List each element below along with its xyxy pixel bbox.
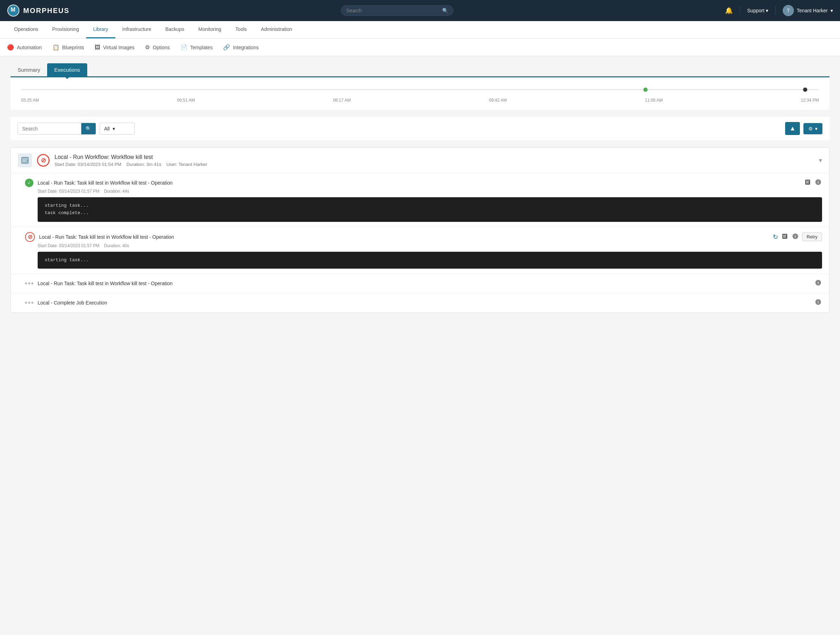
svg-rect-4 [22,160,26,161]
nav-item-operations[interactable]: Operations [7,21,45,38]
user-menu-button[interactable]: T Tenant Harker ▾ [783,5,833,16]
subtask-logs-button[interactable] [804,178,812,188]
search-box[interactable]: 🔍 [341,5,453,16]
filter-dropdown-label: All [104,126,110,131]
subtask-info-button[interactable]: i [814,178,822,188]
svg-text:M: M [11,6,16,13]
svg-rect-15 [783,237,786,238]
timeline-label-4: 09:42 AM [489,98,507,102]
automation-icon: 🔴 [7,44,14,50]
subtask-meta: Start Date: 03/14/2023 01:57 PM Duration… [38,189,822,194]
subtask-pending-icon [25,282,33,284]
executions-search-button[interactable]: 🔍 [81,123,96,134]
subtask-header: ✓ Local - Run Task: Task kill test in Wo… [25,178,822,188]
nav-item-administration[interactable]: Administration [254,21,299,38]
subtask-container: ✓ Local - Run Task: Task kill test in Wo… [11,173,829,312]
virtual-images-icon: 🖼 [95,44,100,50]
executions-search-input[interactable] [18,123,81,134]
retry-refresh-icon[interactable]: ↻ [773,233,778,241]
main-nav: Operations Provisioning Library Infrastr… [0,21,840,39]
logo[interactable]: M MORPHEUS [7,4,69,17]
subtask-item: Local - Run Task: Task kill test in Work… [11,274,829,293]
settings-chevron-icon: ▾ [815,126,818,131]
subtask-title: Local - Run Task: Task kill test in Work… [38,180,799,186]
timeline-label-2: 06:51 AM [177,98,195,102]
retry-button[interactable]: Retry [802,232,822,241]
subtask-header: Local - Complete Job Execution i [25,298,822,307]
timeline-label-6: 12:34 PM [801,98,819,102]
search-icon: 🔍 [442,8,448,13]
sort-up-button[interactable]: ▲ [785,122,800,135]
subtask-pending-icon [25,302,33,304]
svg-rect-14 [783,236,786,236]
subtask-actions: ↻ i [773,232,822,241]
subtask-actions: i [814,279,822,288]
subtask-item: Local - Complete Job Execution i [11,293,829,312]
nav-right: 🔔 Support ▾ T Tenant Harker ▾ [725,5,833,16]
filter-dropdown[interactable]: All ▾ [99,123,135,135]
svg-rect-3 [22,159,28,159]
execution-workflow-icon [18,153,32,167]
logo-text: MORPHEUS [23,7,69,15]
filters-row: 🔍 All ▾ ▲ ⚙ ▾ [11,117,829,140]
subnav-item-integrations[interactable]: 🔗 Integrations [223,43,259,52]
nav-item-backups[interactable]: Backups [158,21,191,38]
subtask-info-button[interactable]: i [814,298,822,307]
svg-rect-5 [22,161,27,162]
tabs: Summary Executions [11,63,829,77]
execution-card: ⊘ Local - Run Workflow: Workflow kill te… [11,147,829,313]
user-name: Tenant Harker [797,8,828,13]
terminal-output: starting task... task complete... [38,197,822,222]
search-area: 🔍 [77,5,718,16]
terminal-output: starting task... [38,252,822,269]
svg-rect-7 [806,181,809,181]
options-icon: ⚙ [145,44,150,50]
timeline-bar [21,84,819,95]
timeline-labels: 05:25 AM 06:51 AM 08:17 AM 09:42 AM 11:0… [21,98,819,102]
svg-text:i: i [818,281,819,285]
svg-text:i: i [795,235,796,238]
nav-item-provisioning[interactable]: Provisioning [45,21,86,38]
timeline-label-5: 11:08 AM [645,98,663,102]
subnav-item-blueprints[interactable]: 📋 Blueprints [52,43,84,52]
subnav-item-automation[interactable]: 🔴 Automation [7,43,42,52]
nav-item-infrastructure[interactable]: Infrastructure [115,21,158,38]
settings-gear-icon: ⚙ [808,126,813,131]
nav-item-tools[interactable]: Tools [228,21,254,38]
timeline-line [21,89,819,90]
subnav-label-automation: Automation [17,45,42,50]
subnav-item-templates[interactable]: 📄 Templates [180,43,213,52]
subtask-info-button[interactable]: i [814,279,822,288]
templates-icon: 📄 [180,44,188,50]
execution-header[interactable]: ⊘ Local - Run Workflow: Workflow kill te… [11,148,829,173]
user-chevron-icon: ▾ [831,8,833,13]
avatar: T [783,5,794,16]
execution-title: Local - Run Workflow: Workflow kill test [55,154,814,160]
execution-collapse-chevron-icon[interactable]: ▾ [819,156,822,164]
timeline-dot-dark [803,88,807,92]
nav-item-monitoring[interactable]: Monitoring [191,21,228,38]
subnav-label-integrations: Integrations [233,45,259,50]
svg-text:i: i [818,180,819,184]
subnav-item-options[interactable]: ⚙ Options [145,43,169,52]
execution-failed-status-icon: ⊘ [37,154,50,167]
tab-summary[interactable]: Summary [11,63,47,76]
subtask-info-button[interactable]: i [791,232,799,241]
subtask-actions: i [814,298,822,307]
subnav-label-virtual-images: Virtual Images [103,45,134,50]
search-input[interactable] [346,8,439,13]
subtask-logs-button[interactable] [781,232,789,241]
nav-item-library[interactable]: Library [86,21,115,38]
tab-executions[interactable]: Executions [47,63,87,76]
subtask-title: Local - Run Task: Task kill test in Work… [39,234,769,240]
support-button[interactable]: Support ▾ [747,8,768,13]
subtask-failed-icon: ⊘ [25,232,35,242]
notification-bell-icon[interactable]: 🔔 [725,7,733,14]
subtask-header: Local - Run Task: Task kill test in Work… [25,279,822,288]
integrations-icon: 🔗 [223,44,230,50]
subnav-label-blueprints: Blueprints [62,45,84,50]
subnav-label-options: Options [153,45,169,50]
subnav-item-virtual-images[interactable]: 🖼 Virtual Images [95,43,134,52]
subtask-title: Local - Run Task: Task kill test in Work… [38,280,810,286]
settings-button[interactable]: ⚙ ▾ [804,123,823,134]
